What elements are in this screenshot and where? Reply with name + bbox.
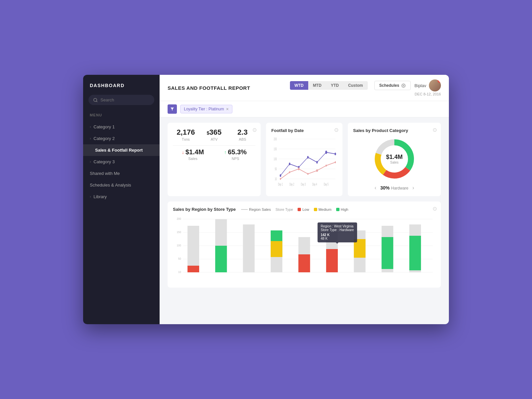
ytd-button[interactable]: YTD bbox=[326, 81, 343, 90]
svg-point-2 bbox=[403, 85, 404, 86]
sidebar-item-category-1[interactable]: › Category 1 bbox=[83, 121, 160, 133]
chevron-right-icon: › bbox=[90, 125, 91, 129]
chevron-right-icon: › bbox=[90, 195, 91, 199]
donut-nav: ‹ 30% Hardware › bbox=[374, 185, 414, 191]
footfall-menu-button[interactable]: ⊙ bbox=[334, 127, 338, 133]
bar bbox=[188, 226, 199, 272]
txns-label: Txns bbox=[173, 137, 199, 141]
bar bbox=[382, 237, 393, 269]
donut-menu-button[interactable]: ⊙ bbox=[433, 127, 437, 133]
abs-value: 2.3 bbox=[230, 128, 255, 137]
bar-chart-area: Region : West Virginia Store Type : Hard… bbox=[173, 216, 436, 282]
kpi-top-metrics: 2,176 Txns $365 ATV 2.3 ABS bbox=[173, 128, 255, 141]
donut-container: $1.4M Sales ‹ 30% Hardware › bbox=[353, 136, 436, 191]
svg-point-21 bbox=[280, 178, 281, 180]
atv-value: $365 bbox=[201, 128, 227, 137]
mtd-button[interactable]: MTD bbox=[308, 81, 326, 90]
svg-text:200: 200 bbox=[274, 137, 277, 141]
topbar-filters-section: WTD MTD YTD Custom Schedules Biplav bbox=[290, 79, 441, 96]
filter-close-button[interactable]: × bbox=[226, 106, 229, 112]
legend-high: High bbox=[336, 207, 348, 211]
sidebar-item-shared[interactable]: Shared with Me bbox=[83, 168, 160, 179]
custom-button[interactable]: Custom bbox=[343, 81, 368, 90]
bar bbox=[271, 241, 282, 257]
svg-point-18 bbox=[316, 161, 318, 164]
bar bbox=[354, 239, 365, 258]
sidebar: DASHBOARD MENU › Category 1 › Category 2… bbox=[83, 75, 160, 324]
svg-point-20 bbox=[334, 153, 336, 155]
search-icon bbox=[93, 98, 98, 102]
donut-center-label: Sales bbox=[386, 161, 403, 164]
sidebar-item-label: Library bbox=[93, 194, 107, 199]
search-box[interactable] bbox=[88, 95, 154, 105]
kpi-bottom-metrics: ↓ $1.4M Sales ↑ 65.3% NPS bbox=[173, 148, 255, 161]
notification-badge: 2 bbox=[438, 79, 441, 83]
abs-label: ABS bbox=[230, 137, 255, 141]
donut-next-button[interactable]: › bbox=[412, 185, 414, 191]
sidebar-item-label: Sales & Footfall Report bbox=[95, 148, 143, 153]
nps-value: ↑ 65.3% bbox=[215, 148, 255, 156]
donut-center-value: $1.4M bbox=[386, 154, 403, 161]
svg-point-25 bbox=[316, 169, 318, 172]
user-area: Biplav 2 bbox=[415, 79, 441, 91]
sidebar-item-category-2[interactable]: › Category 2 bbox=[83, 133, 160, 144]
sidebar-item-sales-footfall[interactable]: Sales & Footfall Report bbox=[83, 144, 160, 156]
svg-text:150: 150 bbox=[274, 147, 277, 151]
bar-chart-menu-button[interactable]: ⊙ bbox=[433, 205, 437, 212]
sidebar-item-category-3[interactable]: › Category 3 bbox=[83, 156, 160, 168]
dashboard-content: ⊙ 2,176 Txns $365 ATV 2.3 ABS bbox=[160, 117, 449, 324]
svg-point-27 bbox=[335, 161, 336, 163]
bar-chart-header: Sales by Region by Store Type Region Sal… bbox=[173, 207, 436, 212]
svg-marker-3 bbox=[171, 108, 174, 111]
footfall-chart-title: Footfall by Date bbox=[271, 128, 337, 133]
sidebar-menu-label: MENU bbox=[83, 113, 160, 121]
settings-icon bbox=[401, 83, 406, 88]
svg-text:10: 10 bbox=[178, 270, 181, 274]
svg-text:100: 100 bbox=[177, 243, 181, 247]
search-input[interactable] bbox=[100, 97, 150, 102]
legend-low-label: Low bbox=[302, 207, 309, 211]
topbar: SALES AND FOOTFALL REPORT WTD MTD YTD Cu… bbox=[160, 75, 449, 101]
legend-store-type-label: Store Type bbox=[275, 207, 293, 211]
txns-kpi: 2,176 Txns bbox=[173, 128, 199, 141]
legend-region-sales: Region Sales bbox=[241, 207, 271, 211]
svg-text:Day 1: Day 1 bbox=[278, 183, 283, 186]
funnel-icon bbox=[170, 107, 174, 111]
user-name: Biplav bbox=[415, 83, 426, 88]
wtd-button[interactable]: WTD bbox=[290, 81, 308, 90]
sidebar-item-label: Category 2 bbox=[93, 136, 115, 141]
filter-icon[interactable] bbox=[168, 104, 177, 114]
nps-kpi: ↑ 65.3% NPS bbox=[215, 148, 255, 161]
sidebar-item-label: Schedules & Analysis bbox=[90, 183, 131, 188]
kpi-menu-button[interactable]: ⊙ bbox=[252, 127, 257, 133]
topbar-title-section: SALES AND FOOTFALL REPORT bbox=[168, 85, 250, 91]
app-window: DASHBOARD MENU › Category 1 › Category 2… bbox=[83, 75, 449, 324]
svg-text:50: 50 bbox=[178, 257, 181, 260]
svg-text:150: 150 bbox=[177, 230, 181, 234]
legend-medium-label: Medium bbox=[319, 207, 332, 211]
svg-point-19 bbox=[325, 151, 327, 154]
top-row: ⊙ 2,176 Txns $365 ATV 2.3 ABS bbox=[168, 123, 441, 196]
svg-point-22 bbox=[289, 171, 290, 173]
chevron-down-icon: › bbox=[90, 137, 91, 140]
kpi-divider bbox=[173, 145, 255, 146]
legend-low: Low bbox=[298, 207, 309, 211]
sidebar-item-library[interactable]: › Library bbox=[83, 191, 160, 202]
bar bbox=[243, 224, 255, 272]
bar bbox=[409, 236, 421, 270]
svg-point-23 bbox=[298, 168, 299, 170]
legend-low-icon bbox=[298, 208, 301, 211]
bar-chart-card: ⊙ Sales by Region by Store Type Region S… bbox=[168, 201, 441, 288]
avatar: 2 bbox=[429, 79, 441, 91]
svg-text:Day 4: Day 4 bbox=[312, 183, 317, 186]
legend-region-label: Region Sales bbox=[249, 207, 271, 211]
sidebar-item-schedules[interactable]: Schedules & Analysis bbox=[83, 179, 160, 191]
atv-label: ATV bbox=[201, 137, 227, 141]
donut-prev-button[interactable]: ‹ bbox=[374, 185, 376, 191]
schedules-button[interactable]: Schedules bbox=[374, 81, 411, 90]
sales-value: ↓ $1.4M bbox=[173, 148, 213, 156]
legend-medium-icon bbox=[314, 208, 317, 211]
bar-highlighted-red bbox=[298, 254, 310, 272]
down-arrow-icon: ↓ bbox=[182, 150, 184, 155]
footfall-chart-card: ⊙ Footfall by Date 200 150 100 50 bbox=[266, 123, 342, 196]
